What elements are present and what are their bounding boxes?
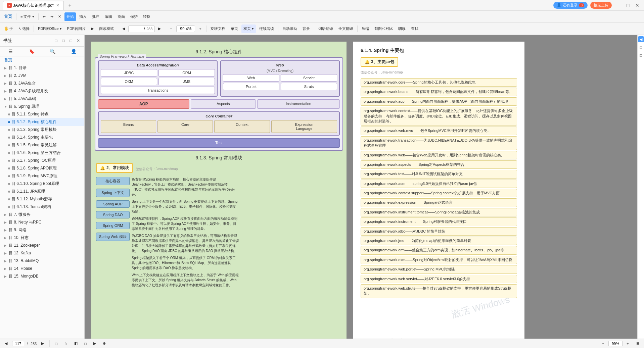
single-page-btn[interactable]: 单页 [229, 24, 240, 33]
context-btn[interactable]: Context [214, 120, 270, 133]
sidebar-item-ch6[interactable]: ▼ 目 6. Spring 原理 [0, 103, 84, 110]
insert-btn[interactable]: 插入 [77, 12, 89, 21]
sidebar-close-btn[interactable]: ✕ [76, 38, 81, 43]
page-input[interactable]: 117 [131, 27, 143, 31]
pdf-pages[interactable]: 6.1.2. Spring 核心组件 Spring Framework Runt… [85, 35, 637, 339]
sidebar-item-ch2[interactable]: ▶ 目 2. JVM [0, 72, 84, 80]
right-icon-expand[interactable]: ◀ [638, 36, 644, 42]
search-toolbar-btn[interactable]: 查找 [409, 24, 420, 33]
minimize-btn[interactable]: — [614, 1, 623, 9]
maximize-btn[interactable]: □ [624, 1, 632, 9]
upload-btn[interactable]: 抢先上传 [590, 2, 612, 9]
comment-btn[interactable]: 批注 [90, 12, 101, 21]
beans-btn[interactable]: Beans [101, 120, 156, 133]
sidebar-item-ch13[interactable]: ▶ 目 13. RabbitMQ [0, 257, 84, 265]
module-spring-web[interactable]: Spring Web 模块 [96, 233, 130, 241]
zoom-out-status-btn[interactable]: － [599, 339, 607, 348]
sidebar-item-ch6110[interactable]: 目 6.1.10. Spring Boot原理 [0, 180, 84, 188]
home-btn[interactable]: 首页 [2, 12, 14, 21]
sidebar-icon-1[interactable]: □ [53, 38, 59, 43]
right-icon-2[interactable]: ⊡ [638, 52, 644, 58]
sidebar-item-ch6111[interactable]: 目 6.1.11. JPA原理 [0, 188, 84, 195]
sidebar-tab-user[interactable]: 👤 [63, 47, 84, 56]
status-tool-1[interactable]: □ [53, 339, 59, 348]
read-btn[interactable]: 朗读 [396, 24, 408, 33]
sidebar-item-ch7[interactable]: ▶ 目 7. 微服务 [0, 211, 84, 218]
pdf-to-office-btn[interactable]: PDF转Office ▾ [36, 24, 64, 33]
undo-btn[interactable]: ↩ [41, 12, 48, 21]
fit-page-btn[interactable]: ⊞ [634, 339, 641, 348]
zoom-out-btn[interactable]: － [167, 24, 175, 33]
struts-btn[interactable]: Struts [281, 83, 337, 90]
sidebar-item-ch6112[interactable]: 目 6.1.12. Mybatis源存 [0, 195, 84, 203]
module-spring-dao[interactable]: Spring DAO [96, 211, 130, 218]
menu-btn[interactable]: ≡ 文件 ▾ [18, 12, 36, 21]
core-btn[interactable]: Core [157, 120, 213, 133]
expression-btn[interactable]: ExpressionLanguage [271, 120, 337, 133]
sidebar-item-ch1[interactable]: ▶ 目 1. 目录 [0, 64, 84, 72]
zoom-input[interactable] [179, 27, 193, 31]
status-page-input[interactable] [12, 341, 24, 346]
sidebar-item-ch8[interactable]: ▶ 目 8. Netty 与RPC [0, 218, 84, 226]
aspects-btn[interactable]: Aspects [191, 99, 256, 109]
sidebar-item-ch9[interactable]: ▶ 目 9. 网络 [0, 226, 84, 234]
tab-close-btn[interactable]: ✕ [56, 3, 59, 8]
full-translate-btn[interactable]: 全文翻译 [336, 24, 355, 33]
sidebar-item-ch611[interactable]: 目 6.1.1. Spring 特点 [0, 110, 84, 118]
double-page-btn[interactable]: 双页 ▾ [241, 24, 256, 33]
bg-btn[interactable]: 背景 [301, 24, 312, 33]
sidebar-item-ch15[interactable]: ▶ 目 15. MongoDB [0, 272, 84, 280]
sidebar-item-ch14[interactable]: ▶ 目 14. Hbase [0, 265, 84, 272]
read-mode-btn[interactable]: 阅读模式 [97, 24, 116, 33]
pdf-to-img-btn[interactable]: PDF转图片 [65, 24, 88, 33]
status-tool-3[interactable]: ◧ [72, 339, 80, 348]
login-btn[interactable]: 👤 还有登录 8 [553, 2, 588, 9]
status-next-btn[interactable]: ▶ [39, 339, 46, 348]
instrumentation-btn[interactable]: Instrumentation [257, 99, 340, 109]
zoom-status-input[interactable] [608, 341, 623, 346]
status-prev-btn[interactable]: ◀ [3, 339, 9, 348]
test-btn[interactable]: Test [98, 138, 340, 148]
module-spring-aop[interactable]: Spring AOP [96, 200, 130, 208]
status-tool-2[interactable]: ☆ [62, 339, 70, 348]
sidebar-item-ch616[interactable]: 目 6.1.6. Spring 第三方结合 [0, 149, 84, 157]
zoom-in-btn[interactable]: ＋ [196, 24, 204, 33]
play-btn[interactable]: ▶ [89, 24, 96, 33]
select-tool-btn[interactable]: ↖ 选择 [16, 24, 32, 33]
sidebar-item-ch11[interactable]: ▶ 目 11. Zookeeper [0, 242, 84, 249]
new-tab-btn[interactable]: + [66, 1, 74, 9]
status-play-btn[interactable]: ▶ [91, 339, 98, 348]
redo-btn[interactable]: ↪ [48, 12, 55, 21]
sidebar-tab-toc[interactable]: ☰ [0, 47, 21, 56]
sidebar-item-ch12[interactable]: ▶ 目 12. Kafka [0, 249, 84, 257]
edit-btn[interactable]: 编辑 [103, 12, 114, 21]
page-btn[interactable]: 页面 [116, 12, 127, 21]
oxm-btn[interactable]: OXM [101, 78, 157, 85]
continuous-btn[interactable]: 连续阅读 [257, 24, 276, 33]
transactions-btn[interactable]: Transactions [101, 87, 215, 94]
auto-scroll-btn[interactable]: 自动滚动 [280, 24, 299, 33]
close-btn[interactable]: ✕ [633, 1, 641, 9]
sidebar-item-home[interactable]: 首页 [0, 56, 84, 64]
screenshot-btn[interactable]: 截图和对比 [372, 24, 395, 33]
module-core-container[interactable]: 核心容器 [96, 177, 130, 185]
sidebar-item-ch3[interactable]: ▶ 目 3. JAVA集合 [0, 80, 84, 87]
zoom-in-status-btn[interactable]: ＋ [624, 339, 632, 348]
portlet-btn[interactable]: Portlet [223, 83, 279, 90]
sidebar-item-ch5[interactable]: ▶ 目 5. JAVA基础 [0, 95, 84, 103]
cancel-btn[interactable]: ✕ [56, 12, 63, 21]
sidebar-item-ch613[interactable]: 目 6.1.3. Spring 常用模块 [0, 126, 84, 134]
sidebar-item-ch612[interactable]: 目 6.1.2. Spring 核心组件 [0, 118, 84, 126]
jms-btn[interactable]: JMS [158, 78, 215, 85]
sidebar-icon-3[interactable]: □ [68, 38, 74, 43]
open-btn[interactable]: 开始 [64, 12, 76, 21]
prev-page-btn[interactable]: ◀ [120, 24, 127, 33]
sidebar-tab-bookmarks[interactable]: 🔖 [21, 47, 42, 56]
rotate-btn[interactable]: 旋转文档 [209, 24, 227, 33]
compress-btn[interactable]: 压缩 [360, 24, 371, 33]
sidebar-item-ch4[interactable]: ▶ 目 4. JAVA多线程并发 [0, 87, 84, 95]
sidebar-item-ch618[interactable]: 目 6.1.8. Spring APO原理 [0, 164, 84, 172]
orm-btn[interactable]: ORM [158, 69, 215, 77]
jdbc-btn[interactable]: JDBC [101, 69, 157, 77]
sidebar-item-ch10[interactable]: ▶ 目 10. 日志 [0, 234, 84, 242]
